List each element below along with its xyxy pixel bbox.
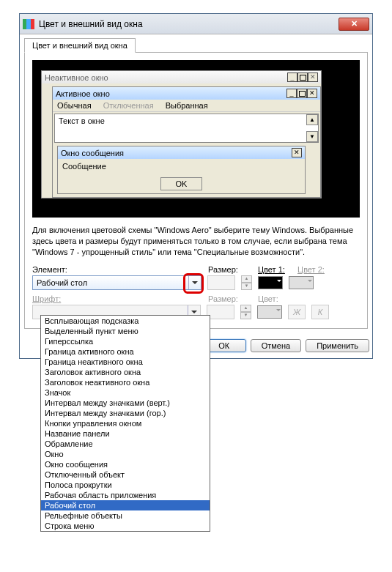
dropdown-option[interactable]: Заголовок неактивного окна [41, 377, 210, 387]
window-title: Цвет и внешний вид окна [39, 19, 339, 29]
size-spinner: ▲ ▼ [241, 275, 252, 290]
tab-content: Неактивное окно _ ✕ Активное окно _ ✕ [24, 52, 368, 329]
preview-message-title-text: Окно сообщения [61, 149, 124, 157]
titlebar[interactable]: Цвет и внешний вид окна ✕ [20, 14, 372, 34]
font-color-label: Цвет: [258, 294, 278, 303]
chevron-down-icon[interactable] [188, 276, 201, 289]
font-size-label: Размер: [208, 294, 252, 303]
preview-menu: Обычная Отключенная Выбранная [53, 100, 320, 112]
controls-row-1: Рабочий стол ▲ ▼ [32, 275, 360, 290]
spinner-down-icon: ▼ [240, 312, 251, 319]
spinner-up-icon: ▲ [240, 305, 251, 312]
dialog-window: Цвет и внешний вид окна ✕ Цвет и внешний… [19, 13, 373, 359]
italic-button: К [311, 305, 329, 319]
apply-button[interactable]: Применить [306, 339, 369, 352]
dropdown-option[interactable]: Окно [41, 449, 210, 459]
preview-inactive-window: Неактивное окно _ ✕ Активное окно _ ✕ [41, 70, 322, 198]
dropdown-option[interactable]: Кнопки управления окном [41, 418, 210, 428]
menu-item-normal: Обычная [57, 101, 92, 110]
preview-active-window: Активное окно _ ✕ Обычная Отключенная Вы… [52, 86, 321, 198]
font-size-spinner: ▲ ▼ [240, 305, 251, 319]
element-combobox-value: Рабочий стол [33, 278, 188, 287]
element-dropdown-list[interactable]: Всплывающая подсказкаВыделенный пункт ме… [40, 315, 210, 532]
preview-textarea: Текст в окне ▲ ▼ [54, 114, 319, 143]
maximize-icon [297, 89, 307, 98]
cancel-button[interactable]: Отмена [251, 339, 301, 352]
preview-active-titlebar: Активное окно _ ✕ [53, 87, 320, 100]
minimize-icon: _ [287, 73, 297, 82]
app-icon [23, 19, 34, 29]
font-label: Шрифт: [32, 294, 202, 303]
close-button[interactable]: ✕ [339, 18, 369, 31]
bold-button: Ж [288, 305, 306, 319]
scroll-down-icon: ▼ [306, 131, 318, 142]
close-icon: ✕ [292, 148, 302, 157]
preview-message-body: Сообщение [58, 159, 305, 174]
size-label: Размер: [208, 265, 252, 274]
dropdown-option[interactable]: Значок [41, 387, 210, 398]
dropdown-option[interactable]: Полоса прокрутки [41, 480, 210, 490]
dropdown-option[interactable]: Интервал между значками (гор.) [41, 408, 210, 418]
spinner-up-icon: ▲ [241, 275, 252, 283]
element-label: Элемент: [32, 265, 202, 274]
element-combobox[interactable]: Рабочий стол [32, 275, 201, 290]
menu-item-selected: Выбранная [166, 101, 208, 110]
dropdown-option[interactable]: Рабочая область приложения [41, 490, 210, 500]
dropdown-option[interactable]: Название панели [41, 428, 210, 439]
dropdown-option[interactable]: Выделенный пункт меню [41, 326, 210, 336]
spinner-down-icon: ▼ [241, 283, 252, 290]
color2-label: Цвет 2: [297, 265, 325, 274]
dropdown-option[interactable]: Граница неактивного окна [41, 357, 210, 367]
dropdown-option[interactable]: Интервал между значками (верт.) [41, 398, 210, 408]
dropdown-option[interactable]: Строка меню [41, 521, 210, 531]
preview-ok-button: OK [160, 177, 203, 190]
minimize-icon: _ [286, 89, 297, 98]
preview-textarea-text: Текст в окне [59, 116, 105, 125]
labels-row-1: Элемент: Размер: Цвет 1: Цвет 2: [32, 265, 360, 274]
tab-appearance[interactable]: Цвет и внешний вид окна [24, 38, 136, 53]
preview-active-title-text: Активное окно [56, 89, 110, 98]
font-size-input [207, 305, 234, 319]
preview-area: Неактивное окно _ ✕ Активное окно _ ✕ [32, 60, 360, 218]
dropdown-option[interactable]: Гиперссылка [41, 336, 210, 346]
preview-message-window: Окно сообщения ✕ Сообщение OK [57, 146, 306, 194]
dropdown-option[interactable]: Заголовок активного окна [41, 367, 210, 377]
color2-picker [289, 276, 314, 289]
menu-item-disabled: Отключенная [103, 101, 154, 110]
dropdown-option[interactable]: Окно сообщения [41, 459, 210, 469]
color1-picker[interactable] [258, 276, 283, 289]
preview-inactive-title-text: Неактивное окно [45, 73, 108, 82]
close-icon: ✕ [307, 89, 317, 98]
dropdown-option[interactable]: Обрамление [41, 439, 210, 449]
size-input [207, 275, 235, 290]
tab-strip: Цвет и внешний вид окна [20, 34, 372, 52]
dropdown-option[interactable]: Рельефные объекты [41, 510, 210, 521]
preview-inactive-titlebar: Неактивное окно _ ✕ [42, 71, 321, 83]
font-color-picker [257, 305, 282, 319]
dropdown-option[interactable]: Отключенный объект [41, 469, 210, 480]
close-icon: ✕ [308, 73, 318, 82]
preview-message-titlebar: Окно сообщения ✕ [58, 146, 305, 159]
dropdown-option[interactable]: Рабочий стол [41, 500, 210, 510]
scroll-up-icon: ▲ [306, 114, 318, 125]
dropdown-option[interactable]: Граница активного окна [41, 346, 210, 357]
dropdown-option[interactable]: Всплывающая подсказка [41, 316, 210, 326]
labels-row-2: Шрифт: Размер: Цвет: [32, 294, 360, 303]
maximize-icon [297, 73, 308, 82]
color1-label: Цвет 1: [258, 265, 292, 274]
description-text: Для включения цветовой схемы "Windows Ae… [32, 225, 360, 258]
